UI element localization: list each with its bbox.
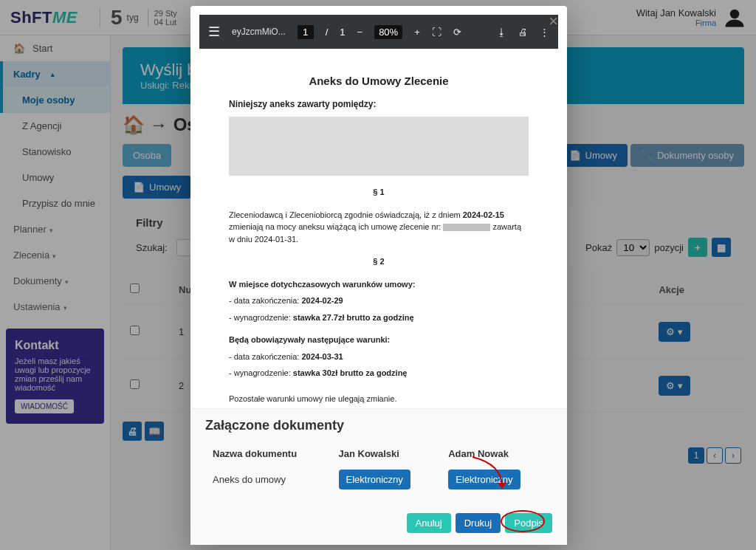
doc-title: Aneks do Umowy Zlecenie — [229, 75, 529, 87]
sign-button[interactable]: Podpis — [505, 513, 552, 533]
sign-type-button[interactable]: Elektroniczny — [339, 470, 410, 489]
attachments-footer: Załączone dokumenty Nazwa dokumentu Jan … — [190, 408, 567, 545]
party-box — [229, 117, 529, 176]
pdf-filename: eyJzcmMiO... — [232, 27, 286, 37]
more-icon[interactable]: ⋮ — [540, 27, 549, 38]
page-input[interactable] — [298, 25, 314, 39]
download-icon[interactable]: ⭳ — [497, 27, 506, 38]
cancel-button[interactable]: Anuluj — [407, 513, 451, 533]
document-modal: × ☰ eyJzcmMiO... / 1 − 80% + ⛶ ⟳ ⭳ 🖨 ⋮ A… — [190, 6, 567, 545]
menu-icon[interactable]: ☰ — [208, 24, 220, 40]
print-button[interactable]: Drukuj — [456, 513, 501, 533]
close-icon[interactable]: × — [549, 12, 558, 31]
pdf-body: Aneks do Umowy Zlecenie Niniejszy aneks … — [199, 49, 558, 408]
redacted — [443, 224, 490, 231]
rotate-icon[interactable]: ⟳ — [453, 27, 461, 38]
sign-type-button[interactable]: Elektroniczny — [448, 470, 520, 489]
print-icon[interactable]: 🖨 — [518, 27, 528, 38]
zoom-level: 80% — [374, 25, 402, 39]
zoom-out-icon[interactable]: − — [357, 27, 363, 38]
pdf-toolbar: ☰ eyJzcmMiO... / 1 − 80% + ⛶ ⟳ ⭳ 🖨 ⋮ — [199, 15, 558, 49]
zoom-in-icon[interactable]: + — [414, 27, 420, 38]
fit-icon[interactable]: ⛶ — [432, 27, 441, 38]
